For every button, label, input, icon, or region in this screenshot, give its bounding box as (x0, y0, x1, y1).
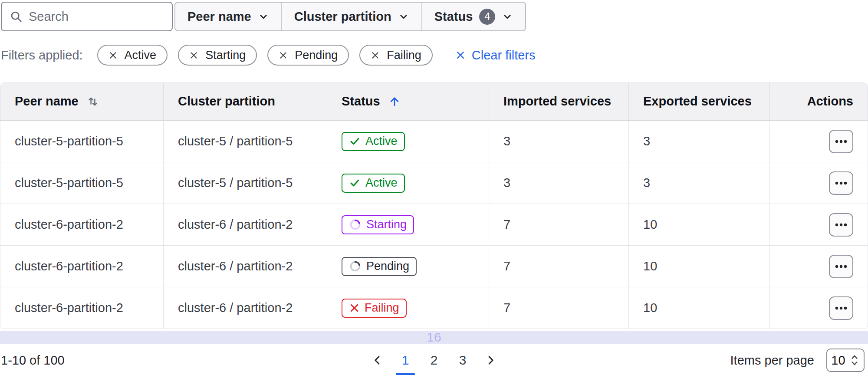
cell-imported-services: 7 (489, 204, 629, 245)
cell-peer-name: cluster-6-partition-2 (0, 204, 164, 245)
chip-label: Pending (295, 49, 338, 62)
pagination-pages: 123 (397, 351, 471, 369)
dropdown-label: Peer name (187, 10, 251, 24)
cell-exported-services: 3 (629, 121, 770, 162)
cell-actions (770, 287, 868, 329)
next-page-button[interactable] (483, 352, 498, 368)
ellipsis-icon (834, 180, 848, 186)
chip-dismiss-x-icon[interactable] (108, 51, 118, 60)
cell-exported-services: 3 (629, 162, 770, 204)
spinner-icon (349, 260, 362, 273)
filter-dropdown-cluster-partition[interactable]: Cluster partition (281, 3, 421, 30)
chip-label: Active (125, 49, 157, 62)
pager: 123 (370, 351, 498, 369)
filter-toolbar: Peer name Cluster partition Status 4 (1, 2, 526, 31)
check-icon (349, 177, 361, 189)
status-badge-label: Active (365, 135, 398, 148)
cell-peer-name: cluster-6-partition-2 (0, 246, 164, 287)
ellipsis-icon (834, 305, 848, 311)
items-per-page-stepper[interactable]: 10 (826, 349, 865, 372)
results-range-label: 1-10 of 100 (1, 353, 65, 368)
overflow-row-label: 16 (427, 330, 441, 345)
filter-dropdown-group: Peer name Cluster partition Status 4 (174, 2, 526, 31)
pagination-page-2[interactable]: 2 (425, 351, 443, 369)
table-row: cluster-6-partition-2 cluster-6 / partit… (0, 204, 868, 246)
pagination-page-3[interactable]: 3 (454, 351, 471, 369)
cell-peer-name: cluster-6-partition-2 (0, 287, 164, 329)
spinner-icon (349, 218, 362, 231)
cell-exported-services: 10 (629, 204, 770, 245)
cell-cluster-partition: cluster-6 / partition-2 (164, 204, 327, 245)
sort-both-icon (86, 95, 99, 108)
cell-imported-services: 7 (489, 246, 629, 287)
items-per-page: Items per page 10 (730, 349, 865, 372)
column-header-actions: Actions (770, 83, 868, 120)
status-badge: Active (342, 132, 405, 151)
column-header-status[interactable]: Status (327, 83, 489, 120)
cell-cluster-partition: cluster-5 / partition-5 (164, 121, 327, 162)
pagination-page-1[interactable]: 1 (397, 351, 414, 369)
search-icon (10, 10, 23, 23)
cell-status: Starting (327, 204, 489, 245)
previous-page-button[interactable] (370, 352, 385, 368)
filter-dropdown-status[interactable]: Status 4 (421, 3, 526, 30)
clear-x-icon (455, 50, 466, 60)
count-badge: 4 (479, 9, 495, 25)
dropdown-label: Status (434, 10, 473, 24)
x-icon (349, 303, 360, 313)
status-badge: Failing (342, 299, 407, 318)
cell-cluster-partition: cluster-5 / partition-5 (164, 162, 327, 204)
chip-label: Starting (205, 49, 246, 62)
status-badge: Pending (342, 257, 417, 276)
table-row: cluster-6-partition-2 cluster-6 / partit… (0, 246, 868, 287)
row-actions-button[interactable] (829, 213, 853, 237)
cell-cluster-partition: cluster-6 / partition-2 (164, 246, 327, 287)
chevron-down-icon (502, 11, 513, 22)
status-badge: Starting (342, 215, 414, 234)
cell-actions (770, 162, 868, 204)
filters-applied-label: Filters applied: (1, 48, 83, 62)
filter-dropdown-peer-name[interactable]: Peer name (175, 3, 281, 30)
search-input[interactable] (29, 10, 192, 24)
search-box[interactable] (1, 2, 173, 31)
dropdown-label: Cluster partition (294, 10, 391, 24)
ellipsis-icon (834, 138, 848, 145)
row-actions-button[interactable] (829, 296, 853, 320)
chip-label: Failing (387, 49, 421, 62)
cell-exported-services: 10 (629, 246, 770, 287)
chip-dismiss-x-icon[interactable] (371, 51, 380, 60)
cell-cluster-partition: cluster-6 / partition-2 (164, 287, 327, 329)
cell-status: Active (327, 162, 489, 204)
clear-filters-button[interactable]: Clear filters (455, 48, 536, 62)
filter-chips: Active Starting Pending Failing (97, 45, 433, 66)
chip-dismiss-x-icon[interactable] (189, 51, 198, 60)
ellipsis-icon (834, 222, 848, 228)
status-badge: Active (342, 174, 405, 193)
row-actions-button[interactable] (829, 171, 853, 195)
chevron-down-icon (258, 11, 269, 22)
cell-imported-services: 3 (489, 121, 629, 162)
cell-status: Failing (327, 287, 489, 329)
check-icon (349, 135, 361, 147)
filter-chip-pending[interactable]: Pending (267, 45, 349, 66)
status-badge-label: Active (365, 176, 398, 190)
column-header-exported-services: Exported services (629, 83, 770, 120)
cell-peer-name: cluster-5-partition-5 (0, 162, 164, 204)
filter-chip-failing[interactable]: Failing (359, 45, 433, 66)
filter-chip-active[interactable]: Active (97, 45, 168, 66)
column-header-peer-name[interactable]: Peer name (0, 83, 164, 120)
pagination-bar: 1-10 of 100 123 Items per page 10 (0, 347, 868, 373)
filter-chip-starting[interactable]: Starting (178, 45, 257, 66)
table-row: cluster-5-partition-5 cluster-5 / partit… (0, 121, 868, 162)
column-header-imported-services: Imported services (489, 83, 629, 120)
row-actions-button[interactable] (829, 255, 853, 278)
row-actions-button[interactable] (829, 130, 853, 153)
ellipsis-icon (834, 263, 848, 270)
peers-table: Peer name Cluster partition Status Impor… (0, 82, 868, 329)
cell-imported-services: 7 (489, 287, 629, 329)
chevron-down-icon (398, 11, 409, 22)
chip-dismiss-x-icon[interactable] (279, 51, 288, 60)
cell-peer-name: cluster-5-partition-5 (0, 121, 164, 162)
filters-applied-bar: Filters applied: Active Starting Pending (1, 45, 535, 66)
stepper-chevrons-icon (849, 354, 860, 367)
